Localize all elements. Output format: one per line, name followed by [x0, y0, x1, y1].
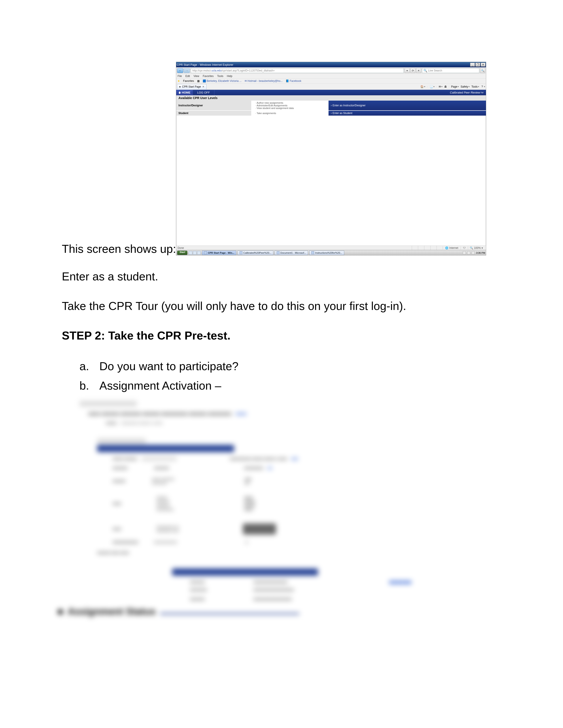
brand-label: Calibrated Peer ReviewTM — [450, 91, 486, 94]
back-button[interactable]: ← — [177, 68, 183, 73]
window-title: CPR Start Page - Windows Internet Explor… — [177, 63, 233, 66]
favorites-bar: ★ Favorites ▦ 🟦Berkeley, Elizabeth Victo… — [176, 78, 486, 84]
table-row: Student Take assignments ›Enter as Stude… — [176, 111, 486, 116]
page-tools: 🏠▾ · 📃▾ · ✉▾ 🖶 · Page ▾ Safety ▾ Tools ▾… — [420, 85, 485, 88]
chevron-right-icon: › — [331, 104, 332, 107]
globe-icon: 🌐 — [445, 246, 448, 250]
home-icon — [178, 91, 181, 94]
favlink-facebook[interactable]: 📘Facebook — [286, 79, 302, 83]
tool-print[interactable]: 🖶 — [444, 85, 447, 88]
intro-text: This screen shows up: — [62, 242, 176, 255]
enter-student-button[interactable]: ›Enter as Student — [329, 111, 486, 116]
url-host: ucla.edu — [211, 69, 221, 72]
titlebar: CPR Start Page - Windows Internet Explor… — [176, 62, 486, 67]
screenshot-ie-cpr: CPR Start Page - Windows Internet Explor… — [176, 62, 486, 255]
tab-icon: ● — [179, 85, 180, 88]
tool-home[interactable]: 🏠▾ — [420, 85, 425, 88]
role-student-desc: Take assignments — [251, 111, 329, 116]
protected-mode[interactable]: 🛡 — [461, 246, 468, 250]
stop-button[interactable]: ✕ — [416, 68, 421, 73]
role-instructor-label: Instructor/Designer — [176, 101, 251, 111]
quick-launch[interactable] — [189, 251, 201, 255]
home-button[interactable]: HOME — [176, 90, 193, 95]
blurred-screenshot: ■■■■ ■■■■■■ ■■■■■■■ ■■■■■■ ■■■■■■■■■ ■■■… — [62, 401, 501, 615]
home-label: HOME — [182, 91, 190, 94]
menu-file[interactable]: File — [177, 75, 182, 78]
para-cpr-tour: Take the CPR Tour (you will only have to… — [62, 297, 501, 315]
suggested-sites-icon[interactable]: ▦ — [197, 79, 199, 83]
menu-help[interactable]: Help — [227, 75, 232, 78]
tab-cpr-start[interactable]: ● CPR Start Page ✕ — [177, 84, 206, 89]
status-text: Done — [177, 246, 184, 250]
para-enter-student: Enter as a student. — [62, 268, 501, 285]
task-instructions[interactable]: Instructions%20for%20... — [309, 251, 344, 255]
url-dropdown[interactable]: ▾ — [405, 68, 410, 73]
window-minimize-button[interactable]: _ — [470, 63, 475, 67]
task-document1[interactable]: Document1 - Microsof... — [274, 251, 308, 255]
security-zone[interactable]: 🌐 Internet — [443, 246, 461, 250]
forward-button[interactable]: → — [184, 68, 190, 73]
system-tray[interactable]: 3:36 PM — [463, 251, 485, 254]
tab-close-icon[interactable]: ✕ — [202, 85, 204, 88]
url-prefix: http://cpr.molsci. — [192, 69, 211, 72]
tool-feeds[interactable]: 📃▾ — [430, 85, 435, 88]
menu-bar: File Edit View Favorites Tools Help — [176, 74, 486, 78]
logoff-button[interactable]: LOG OFF — [193, 90, 214, 95]
url-rest: /cpr/start.asp?LoginID=1120753ed_dtahash… — [221, 69, 274, 72]
favlink-berkeley[interactable]: 🟦Berkeley, Elizabeth Victoria ... — [203, 79, 241, 83]
app-bar: HOME LOG OFF Calibrated Peer ReviewTM — [176, 90, 486, 95]
refresh-button[interactable]: ⟳ — [411, 68, 415, 73]
address-bar: ← → http://cpr.molsci.ucla.edu/cpr/start… — [176, 67, 486, 74]
search-placeholder: Live Search — [428, 69, 442, 72]
status-bar: Done 🌐 Internet 🛡 🔍 100% ▾ — [176, 246, 486, 250]
word-icon — [276, 251, 279, 254]
zoom-control[interactable]: 🔍 100% ▾ — [468, 246, 485, 250]
shield-icon: 🛡 — [463, 246, 466, 250]
clock: 3:36 PM — [476, 251, 485, 254]
windows-taskbar: Start CPR Start Page - Win... Calibrated… — [176, 250, 486, 255]
roles-table: Instructor/Designer Author new assignmen… — [176, 101, 486, 116]
tab-bar: ● CPR Start Page ✕ 🏠▾ · 📃▾ · ✉▾ 🖶 · Pa — [176, 84, 486, 90]
tool-safety[interactable]: Safety ▾ — [461, 85, 470, 88]
search-icon: 🔍 — [424, 69, 427, 72]
window-restore-button[interactable]: ❐ — [475, 63, 480, 67]
chevron-right-icon: › — [331, 112, 332, 115]
tool-tools[interactable]: Tools ▾ — [471, 85, 479, 88]
search-box[interactable]: 🔍 Live Search — [422, 68, 479, 73]
menu-tools[interactable]: Tools — [217, 75, 223, 78]
menu-view[interactable]: View — [193, 75, 199, 78]
favorites-star-icon[interactable]: ★ — [177, 79, 180, 83]
menu-favorites[interactable]: Favorites — [203, 75, 213, 78]
tab-label: CPR Start Page — [182, 85, 201, 88]
menu-edit[interactable]: Edit — [185, 75, 190, 78]
tool-page[interactable]: Page ▾ — [451, 85, 459, 88]
task-cpr[interactable]: CPR Start Page - Win... — [202, 251, 236, 255]
search-go-button[interactable]: 🔍 — [480, 68, 485, 73]
ie-icon — [204, 251, 207, 254]
word-icon — [311, 251, 314, 254]
list-item-b: b. Assignment Activation – — [79, 376, 501, 395]
role-student-label: Student — [176, 111, 251, 116]
tool-help[interactable]: ？▾ — [481, 85, 485, 88]
favorites-label[interactable]: Favorites — [183, 79, 194, 83]
enter-instructor-button[interactable]: ›Enter as Instructor/Designer — [329, 101, 486, 111]
blurred-heading: Assignment Status — [68, 606, 156, 617]
url-field[interactable]: http://cpr.molsci.ucla.edu/cpr/start.asp… — [191, 68, 404, 73]
step2-heading: STEP 2: Take the CPR Pre-test. — [62, 327, 501, 344]
start-button[interactable]: Start — [177, 251, 187, 255]
favlink-hotmail[interactable]: ✉Hotmail - beauberkeley@ho... — [244, 79, 283, 83]
cpr-app: HOME LOG OFF Calibrated Peer ReviewTM Av… — [176, 90, 486, 116]
tool-mail[interactable]: ✉▾ — [439, 85, 443, 88]
window-close-button[interactable]: ✕ — [481, 63, 486, 67]
table-row: Instructor/Designer Author new assignmen… — [176, 101, 486, 111]
list-item-a: a. Do you want to participate? — [79, 356, 501, 376]
section-title: Available CPR User Levels — [176, 95, 486, 101]
word-icon — [239, 251, 242, 254]
task-calibrated[interactable]: Calibrated%20Peer%20... — [237, 251, 273, 255]
role-instructor-desc: Author new assignments Administer/Edit A… — [251, 101, 329, 111]
